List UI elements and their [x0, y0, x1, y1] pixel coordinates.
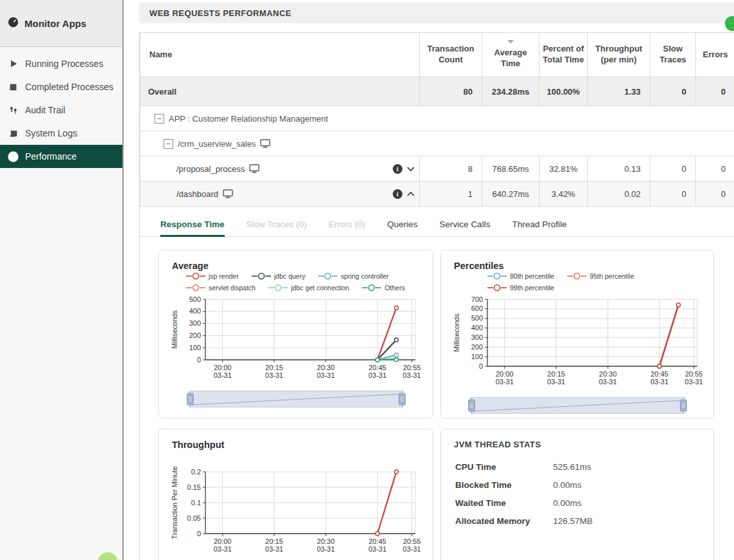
svg-text:20:30: 20:30 [317, 537, 335, 545]
svg-text:03-31: 03-31 [685, 378, 703, 386]
chart-title: Percentiles [454, 261, 703, 271]
svg-text:100: 100 [471, 353, 483, 360]
detail-tabs: Response Time Slow Traces (0) Errors (0)… [140, 219, 734, 237]
legend-item[interactable]: jdbc get connection [268, 284, 349, 292]
collapse-icon[interactable]: − [164, 139, 173, 149]
sidebar-nav: Running Processes Completed Processes Au… [0, 47, 122, 168]
tab-queries[interactable]: Queries [387, 219, 417, 237]
range-handle-right[interactable] [680, 400, 687, 412]
monitor-icon[interactable] [249, 164, 259, 173]
monitor-icon[interactable] [260, 139, 270, 148]
info-icon[interactable]: i [393, 164, 402, 174]
legend-marker-icon [362, 284, 381, 292]
average-chart: 010020030040050020:0003-3120:1503-3120:3… [169, 294, 422, 384]
svg-text:20:15: 20:15 [265, 364, 283, 371]
app-root: Monitor Apps Running Processes Completed… [0, 0, 734, 560]
svg-text:500: 500 [189, 295, 201, 303]
legend-item[interactable]: 80th percentile [487, 272, 554, 280]
svg-text:03-31: 03-31 [403, 545, 421, 553]
svg-text:20:00: 20:00 [496, 370, 514, 378]
column-header-name[interactable]: Name [140, 33, 420, 77]
svg-text:0: 0 [479, 362, 483, 370]
legend-item[interactable]: servlet dispatch [186, 284, 256, 292]
stat-value: 0.00ms [553, 498, 703, 508]
overall-errors: 0 [696, 77, 734, 106]
sidebar-item-completed-processes[interactable]: Completed Processes [0, 75, 122, 98]
legend-marker-icon [567, 272, 587, 280]
svg-text:0.05: 0.05 [187, 514, 201, 522]
column-header-percent-total[interactable]: Percent of Total Time [540, 33, 588, 77]
overall-transaction-count: 80 [420, 77, 482, 106]
table-row-app-group: − APP : Customer Relationship Management [140, 106, 734, 131]
svg-text:400: 400 [471, 324, 483, 331]
range-handle-right[interactable] [399, 393, 406, 406]
cell-errors: 0 [696, 182, 734, 207]
legend-item[interactable]: jdbc query [252, 272, 305, 280]
percentiles-chart: 010020030040050060070020:0003-3120:1503-… [451, 294, 703, 391]
chevron-up-icon[interactable] [407, 191, 415, 197]
svg-text:600: 600 [471, 304, 483, 312]
legend-item[interactable]: spring controller [318, 272, 389, 280]
column-header-slow-traces[interactable]: Slow Traces [650, 33, 696, 77]
range-handle-left[interactable] [468, 400, 475, 412]
tab-slow-traces[interactable]: Slow Traces (0) [247, 219, 307, 237]
table-row-proposal-process[interactable]: /proposal_process i 8 768.65ms 32.81% 0.… [140, 156, 734, 182]
svg-text:Transaction Per Minute: Transaction Per Minute [171, 467, 178, 539]
tab-service-calls[interactable]: Service Calls [440, 219, 491, 237]
table-row-dashboard[interactable]: /dashboard i 1 640.27ms 3.42% 0.02 0 0 [140, 182, 734, 207]
legend-item[interactable]: 95th percentile [567, 272, 634, 280]
gauge-icon [8, 17, 19, 30]
column-header-average-time[interactable]: Average Time [482, 33, 540, 77]
svg-text:20:45: 20:45 [650, 370, 668, 378]
stat-label: Blocked Time [455, 480, 553, 490]
sidebar-item-label: Performance [25, 151, 77, 162]
range-handle-left[interactable] [187, 393, 194, 406]
stop-square-icon [8, 82, 19, 93]
chat-button[interactable] [725, 16, 734, 31]
cell-transaction-count: 1 [420, 182, 482, 207]
range-selector[interactable] [189, 391, 403, 407]
legend-marker-icon [318, 272, 337, 280]
range-selector[interactable] [471, 397, 684, 414]
legend-marker-icon [487, 284, 507, 292]
svg-text:03-31: 03-31 [214, 545, 232, 553]
page-title: WEB REQUESTS PERFORMANCE [149, 8, 292, 18]
legend-item[interactable]: 99th percentile [487, 284, 554, 292]
svg-text:03-31: 03-31 [265, 371, 283, 379]
tab-errors[interactable]: Errors (0) [328, 219, 365, 237]
svg-text:03-31: 03-31 [317, 545, 335, 553]
overall-percent: 100.00% [540, 77, 588, 106]
sidebar-item-audit-trail[interactable]: Audit Trail [0, 98, 122, 122]
request-detail-panel: Response Time Slow Traces (0) Errors (0)… [140, 207, 734, 560]
sidebar-item-label: Completed Processes [25, 82, 113, 92]
sidebar-item-label: System Logs [25, 128, 77, 138]
tab-thread-profile[interactable]: Thread Profile [512, 219, 567, 237]
sidebar-header: Monitor Apps [0, 0, 122, 47]
jvm-thread-stats-card: JVM THREAD STATS CPU Time 525.61ms Block… [440, 429, 714, 560]
sidebar-item-running-processes[interactable]: Running Processes [0, 52, 122, 75]
stat-label: Waited Time [455, 498, 553, 508]
legend-item[interactable]: Others [362, 284, 405, 292]
monitor-icon[interactable] [223, 189, 233, 198]
tab-response-time[interactable]: Response Time [160, 219, 225, 237]
legend-item[interactable]: jsp render [186, 272, 239, 280]
svg-text:100: 100 [189, 344, 201, 351]
column-header-errors[interactable]: Errors [696, 33, 734, 77]
svg-text:03-31: 03-31 [214, 371, 232, 379]
chevron-down-icon[interactable] [407, 165, 415, 172]
play-icon [8, 59, 19, 70]
overall-slow-traces: 0 [650, 77, 696, 106]
svg-text:03-31: 03-31 [599, 378, 617, 386]
info-icon[interactable]: i [393, 189, 402, 199]
sidebar-item-performance[interactable]: Performance [0, 145, 122, 168]
column-header-throughput[interactable]: Throughput (per min) [588, 33, 650, 77]
sidebar-item-label: Audit Trail [25, 105, 65, 115]
collapse-icon[interactable]: − [155, 114, 164, 124]
svg-text:03-31: 03-31 [496, 378, 514, 386]
sidebar-item-system-logs[interactable]: System Logs [0, 122, 122, 145]
column-header-transaction-count[interactable]: Transaction Count [420, 33, 482, 77]
svg-text:03-31: 03-31 [368, 545, 386, 553]
request-label: /proposal_process [176, 164, 245, 174]
gauge-icon [8, 151, 19, 162]
svg-text:0: 0 [197, 356, 201, 364]
